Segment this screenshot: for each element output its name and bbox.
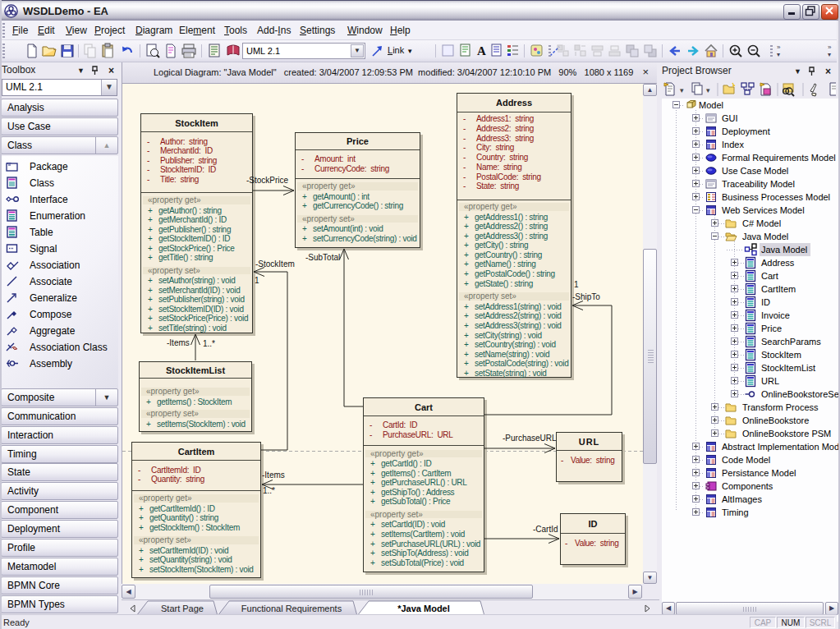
svg-text:▾: ▾ bbox=[680, 86, 684, 94]
svg-text:▾: ▾ bbox=[706, 86, 710, 94]
svg-text:*Java Model: *Java Model bbox=[397, 604, 450, 613]
svg-text:A: A bbox=[477, 44, 486, 57]
svg-text:Functional Requirements: Functional Requirements bbox=[241, 604, 342, 613]
svg-text:Start Page: Start Page bbox=[161, 604, 204, 613]
